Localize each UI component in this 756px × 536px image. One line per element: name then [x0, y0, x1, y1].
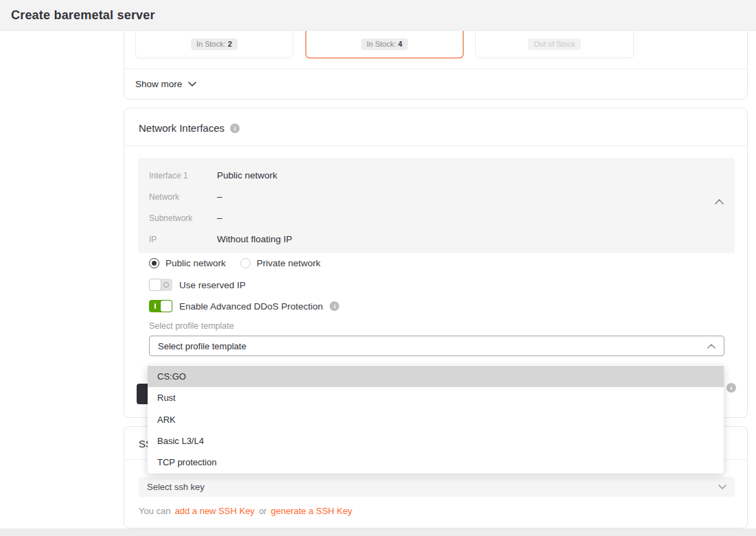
summary-row: Network –: [149, 186, 735, 207]
add-ssh-key-link[interactable]: add a new SSH Key: [175, 506, 255, 516]
show-more-label: Show more: [135, 79, 182, 89]
network-interfaces-title: Network Interfaces: [139, 122, 225, 134]
summary-label: IP: [149, 235, 217, 244]
summary-row: Subnetwork –: [149, 207, 735, 229]
create-baremetal-page: Create baremetal server In Stock: 2 In S…: [0, 0, 756, 536]
flavor-option-1[interactable]: In Stock: 2: [135, 31, 293, 58]
radio-unselected-icon: [240, 258, 251, 268]
dropdown-option-csgo[interactable]: CS:GO: [148, 366, 724, 387]
toggle-label: Enable Advanced DDoS Protection: [179, 301, 323, 312]
interface-summary-panel: Interface 1 Public network Network – Sub…: [138, 158, 735, 253]
stock-badge: In Stock: 2: [191, 38, 238, 50]
chevron-down-icon: [718, 485, 726, 489]
reserved-ip-toggle-off[interactable]: [149, 279, 172, 291]
page-header: Create baremetal server: [0, 0, 756, 31]
ssh-key-select[interactable]: Select ssh key: [139, 477, 735, 497]
hint-text: You can: [139, 506, 171, 516]
profile-template-dropdown: CS:GO Rust ARK Basic L3/L4 TCP protectio…: [148, 365, 724, 474]
toggle-label: Use reserved IP: [179, 280, 246, 290]
flavor-stock-card: In Stock: 2 In Stock: 4 Out of Stock Sho…: [124, 31, 748, 100]
profile-template-field-label: Select profile template: [149, 321, 234, 331]
ssh-hint-row: You can add a new SSH Key or generate a …: [139, 506, 352, 516]
chevron-down-icon: [188, 82, 196, 86]
profile-template-select[interactable]: Select profile template: [149, 336, 724, 356]
dropdown-option-ark[interactable]: ARK: [148, 409, 724, 430]
flavor-option-2-selected[interactable]: In Stock: 4: [306, 31, 463, 58]
info-icon[interactable]: i: [726, 383, 736, 393]
summary-row: IP Without floating IP: [149, 229, 735, 250]
summary-value: Without floating IP: [217, 234, 293, 244]
summary-value: Public network: [217, 170, 277, 180]
radio-private-network[interactable]: Private network: [240, 258, 321, 268]
info-icon[interactable]: i: [330, 301, 339, 311]
radio-public-network[interactable]: Public network: [149, 258, 226, 268]
divider: [124, 145, 747, 146]
stock-badge: In Stock: 4: [361, 38, 408, 50]
generate-ssh-key-link[interactable]: generate a SSH Key: [271, 506, 352, 516]
radio-label: Public network: [165, 258, 226, 268]
summary-value: –: [217, 191, 222, 202]
info-icon[interactable]: i: [230, 124, 240, 133]
summary-value: –: [217, 213, 222, 223]
collapse-interface-chevron-up-icon[interactable]: [715, 199, 724, 205]
content-area: In Stock: 2 In Stock: 4 Out of Stock Sho…: [0, 31, 756, 528]
summary-label: Interface 1: [149, 171, 217, 180]
summary-row: Interface 1 Public network: [149, 165, 735, 186]
stock-card-row: In Stock: 2 In Stock: 4 Out of Stock: [124, 31, 747, 69]
show-more-button[interactable]: Show more: [135, 79, 196, 89]
chevron-up-icon: [707, 344, 715, 349]
hint-text: or: [259, 506, 267, 516]
out-of-stock-badge: Out of Stock: [528, 38, 581, 50]
ddos-protection-row: Enable Advanced DDoS Protection i: [149, 300, 339, 312]
ddos-toggle-on[interactable]: [149, 300, 172, 312]
select-value: Select ssh key: [147, 482, 205, 492]
dropdown-option-tcp-protection[interactable]: TCP protection: [148, 452, 724, 473]
network-type-radio-group: Public network Private network: [149, 258, 321, 268]
radio-selected-icon: [149, 258, 159, 268]
flavor-option-3-out-of-stock: Out of Stock: [475, 31, 634, 58]
use-reserved-ip-row: Use reserved IP: [149, 279, 246, 291]
dropdown-option-basic-l3l4[interactable]: Basic L3/L4: [148, 430, 724, 452]
select-value: Select profile template: [158, 341, 247, 351]
page-title: Create baremetal server: [11, 8, 155, 23]
summary-label: Subnetwork: [149, 213, 217, 223]
section-title-row: Network Interfaces i: [139, 122, 240, 134]
summary-label: Network: [149, 192, 217, 202]
radio-label: Private network: [257, 258, 321, 268]
dropdown-option-rust[interactable]: Rust: [148, 387, 724, 408]
